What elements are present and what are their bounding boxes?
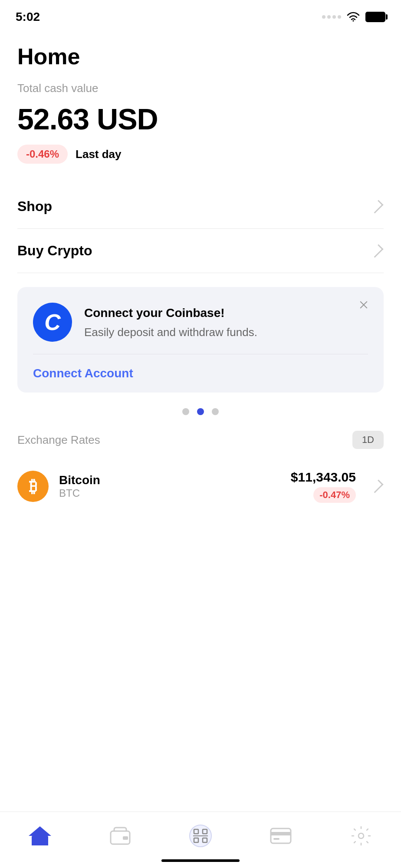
buy-crypto-row[interactable]: Buy Crypto [17,229,384,273]
home-icon [30,826,50,845]
card-text-block: Connect your Coinbase! Easily deposit an… [84,303,257,340]
status-icons [322,12,385,22]
status-bar: 5:02 [0,0,401,26]
gear-icon [351,826,371,846]
shop-chevron-icon [370,200,383,213]
nav-settings[interactable] [344,826,378,846]
card-title: Connect your Coinbase! [84,306,257,320]
carousel-dot-1[interactable] [182,408,189,415]
shop-row[interactable]: Shop [17,185,384,229]
carousel-dot-2[interactable] [197,408,204,415]
card-content: C Connect your Coinbase! Easily deposit … [33,303,368,342]
buy-crypto-label: Buy Crypto [17,243,92,259]
svg-rect-9 [273,838,279,840]
status-time: 5:02 [16,10,40,24]
card-icon [270,828,292,844]
change-period: Last day [76,148,122,161]
crypto-price-block: $11,343.05 -0.47% [291,470,356,503]
coinbase-logo: C [33,303,72,342]
wifi-icon [346,12,360,22]
home-indicator [161,859,240,862]
main-content: Home Total cash value 52.63 USD -0.46% L… [0,26,401,393]
crypto-row-chevron-icon [370,479,383,493]
buy-crypto-chevron-icon [370,244,383,257]
exchange-rates-header: Exchange Rates 1D [0,431,401,449]
svg-rect-7 [271,828,291,843]
exchange-rates-label: Exchange Rates [17,433,100,447]
signal-icon [322,15,341,19]
svg-rect-1 [123,836,128,840]
close-button[interactable] [357,297,371,311]
coinbase-card: C Connect your Coinbase! Easily deposit … [17,287,384,393]
svg-rect-5 [203,838,207,842]
carousel-dot-3[interactable] [212,408,219,415]
close-icon [359,300,368,309]
card-description: Easily deposit and withdraw funds. [84,324,257,340]
page-title: Home [17,43,384,69]
change-badge: -0.46% [17,145,68,164]
bitcoin-row[interactable]: ₿ Bitcoin BTC $11,343.05 -0.47% [0,461,401,512]
crypto-info: Bitcoin BTC [59,473,280,499]
nav-wallet[interactable] [103,827,138,845]
nav-home[interactable] [23,826,57,845]
scan-icon [189,825,212,847]
crypto-change-badge: -0.47% [313,487,356,503]
total-cash-value: 52.63 USD [17,102,384,136]
nav-card[interactable] [263,828,298,844]
coinbase-c-letter: C [44,311,61,333]
btc-symbol: ₿ [29,477,37,496]
nav-scan[interactable] [183,825,218,847]
svg-point-10 [358,833,364,838]
svg-rect-2 [194,829,198,834]
crypto-ticker: BTC [59,487,280,499]
change-row: -0.46% Last day [17,145,384,164]
battery-icon [365,12,385,22]
wallet-icon [110,827,131,845]
crypto-name: Bitcoin [59,473,280,487]
crypto-price: $11,343.05 [291,470,356,485]
svg-rect-4 [194,838,198,842]
carousel-dots [0,408,401,415]
timeframe-badge[interactable]: 1D [352,431,384,449]
svg-rect-8 [271,832,291,835]
total-cash-label: Total cash value [17,82,384,95]
bitcoin-icon: ₿ [17,471,49,502]
shop-label: Shop [17,198,52,215]
svg-rect-3 [203,829,207,834]
connect-account-button[interactable]: Connect Account [33,354,368,393]
